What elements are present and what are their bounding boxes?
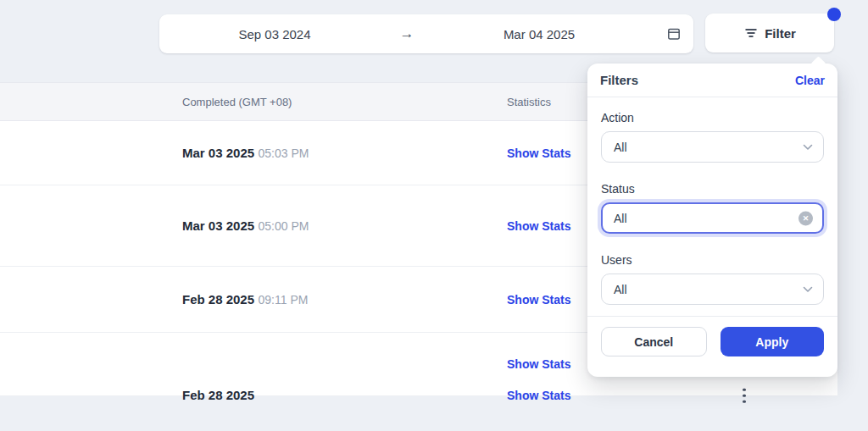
users-label: Users xyxy=(601,253,824,267)
filters-title: Filters xyxy=(600,73,638,87)
date-range-picker[interactable]: Sep 03 2024 → Mar 04 2025 xyxy=(159,14,693,53)
completed-date: Mar 03 2025 xyxy=(182,218,254,233)
action-field: Action All xyxy=(601,111,824,163)
completed-cell: Feb 28 2025 09:11 PM xyxy=(182,290,308,309)
column-header-statistics: Statistics xyxy=(507,96,551,108)
filter-button-label: Filter xyxy=(765,26,796,41)
completed-time: 05:03 PM xyxy=(259,146,309,160)
screen: Sep 03 2024 → Mar 04 2025 Filter xyxy=(0,0,868,431)
arrow-right-icon: → xyxy=(390,25,424,42)
apply-button[interactable]: Apply xyxy=(721,327,825,356)
clear-filters-link[interactable]: Clear xyxy=(795,74,825,87)
action-select[interactable]: All xyxy=(601,131,824,163)
completed-date: Feb 28 2025 xyxy=(182,292,254,307)
status-select[interactable]: All ✕ xyxy=(601,202,824,234)
clear-value-icon[interactable]: ✕ xyxy=(798,211,813,225)
show-stats-link[interactable]: Show Stats xyxy=(507,357,570,371)
completed-time: 05:00 PM xyxy=(259,219,309,233)
completed-cell: Mar 03 2025 05:03 PM xyxy=(182,144,309,163)
column-header-completed: Completed (GMT +08) xyxy=(182,96,292,108)
filter-notification-dot xyxy=(827,8,841,21)
status-label: Status xyxy=(601,182,824,196)
filters-panel-body: Action All Status All ✕ Users All xyxy=(587,97,837,305)
completed-cell: Feb 28 2025 xyxy=(182,386,254,405)
filters-panel-footer: Cancel Apply xyxy=(587,317,837,356)
calendar-icon[interactable] xyxy=(654,26,693,41)
status-field: Status All ✕ xyxy=(601,182,824,234)
cancel-button[interactable]: Cancel xyxy=(601,327,707,356)
filter-button[interactable]: Filter xyxy=(705,14,834,52)
show-stats-link[interactable]: Show Stats xyxy=(507,389,570,402)
completed-time: 09:11 PM xyxy=(259,293,309,307)
filter-icon xyxy=(743,25,759,41)
filters-panel: Filters Clear Action All Status All ✕ xyxy=(587,64,837,377)
completed-date: Mar 03 2025 xyxy=(182,146,254,160)
users-select-value: All xyxy=(614,283,627,296)
show-stats-link[interactable]: Show Stats xyxy=(507,146,570,160)
table-row: Feb 28 2025 Show Stats xyxy=(0,395,837,396)
chevron-down-icon xyxy=(803,144,813,151)
chevron-down-icon xyxy=(803,286,813,293)
completed-cell: Mar 03 2025 05:00 PM xyxy=(182,217,309,235)
filters-panel-header: Filters Clear xyxy=(587,64,837,97)
completed-date: Feb 28 2025 xyxy=(182,388,254,402)
status-select-value: All xyxy=(614,212,627,225)
show-stats-link[interactable]: Show Stats xyxy=(507,219,570,233)
end-date[interactable]: Mar 04 2025 xyxy=(424,27,654,41)
users-field: Users All xyxy=(601,253,824,305)
show-stats-link[interactable]: Show Stats xyxy=(507,293,570,307)
start-date[interactable]: Sep 03 2024 xyxy=(159,27,390,41)
action-label: Action xyxy=(601,111,824,124)
kebab-menu-icon[interactable] xyxy=(739,384,749,408)
users-select[interactable]: All xyxy=(601,274,824,305)
action-select-value: All xyxy=(614,141,627,154)
